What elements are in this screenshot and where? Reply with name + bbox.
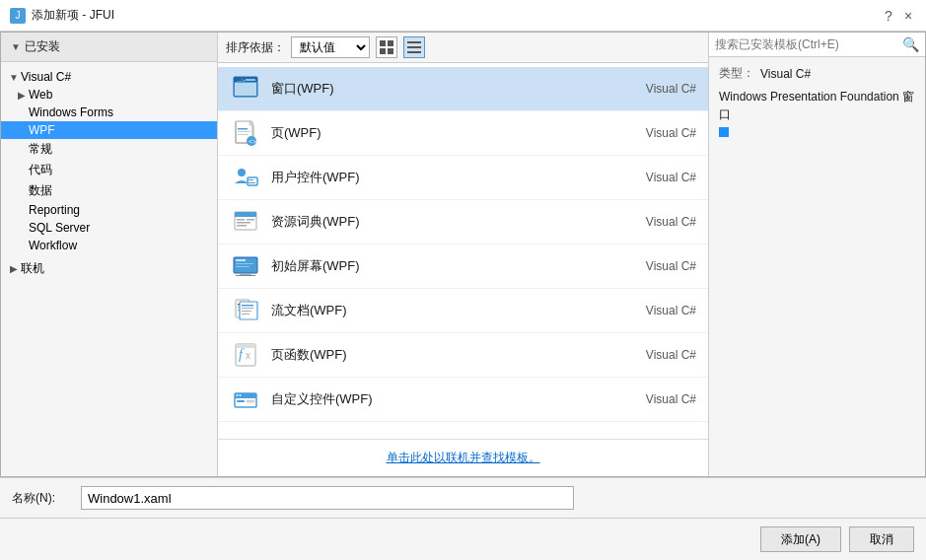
help-button[interactable]: ?: [881, 8, 896, 24]
search-bar: 🔍: [709, 33, 925, 57]
tree-row-general[interactable]: 常规: [1, 139, 217, 160]
item-name-flow-wpf: 流文档(WPF): [271, 302, 617, 319]
cancel-button[interactable]: 取消: [849, 526, 914, 552]
tree-label-visual-csharp: Visual C#: [21, 70, 71, 84]
svg-rect-42: [242, 311, 251, 312]
title-bar: J 添加新项 - JFUI ? ×: [0, 0, 926, 32]
add-button[interactable]: 添加(A): [760, 526, 841, 552]
svg-rect-9: [235, 83, 256, 96]
item-row-usercontrol-wpf[interactable]: 用户控件(WPF) Visual C#: [218, 156, 708, 200]
tree-row-workflow[interactable]: Workflow: [1, 237, 217, 254]
middle-toolbar: 排序依据： 默认值 名称 类型: [218, 33, 708, 63]
custom-wpf-icon: [230, 384, 261, 415]
svg-rect-31: [236, 263, 253, 264]
svg-point-50: [237, 394, 239, 396]
right-description: Windows Presentation Foundation 窗口: [719, 88, 915, 142]
svg-rect-47: [236, 344, 255, 348]
svg-rect-53: [247, 400, 254, 402]
item-name-custom-wpf: 自定义控件(WPF): [271, 390, 617, 408]
grid-view-button[interactable]: [376, 36, 397, 58]
tree-label-web: Web: [29, 88, 52, 102]
item-row-window-wpf[interactable]: —□× 窗口(WPF) Visual C#: [218, 67, 708, 111]
tree-row-wpf[interactable]: WPF: [1, 121, 217, 139]
tree-container: Visual C# Web Windows Forms: [1, 62, 217, 476]
resource-wpf-icon: [230, 206, 261, 238]
item-row-flow-wpf[interactable]: 流文档(WPF) Visual C#: [218, 289, 708, 333]
svg-rect-4: [407, 41, 421, 43]
item-row-pagefunc-wpf[interactable]: f x 页函数(WPF) Visual C#: [218, 333, 708, 378]
tree-row-web[interactable]: Web: [1, 86, 217, 104]
svg-rect-25: [237, 219, 245, 221]
svg-rect-5: [407, 46, 421, 48]
svg-rect-0: [380, 40, 386, 46]
svg-rect-6: [407, 51, 421, 53]
svg-rect-1: [388, 40, 393, 46]
svg-rect-21: [249, 179, 253, 180]
tree-label-windows-forms: Windows Forms: [29, 105, 113, 119]
svg-rect-2: [380, 48, 386, 54]
svg-rect-20: [248, 177, 257, 185]
item-row-splash-wpf[interactable]: 初始屏幕(WPF) Visual C#: [218, 245, 708, 289]
search-icon[interactable]: 🔍: [902, 36, 919, 52]
item-type-splash-wpf: Visual C#: [617, 259, 696, 273]
svg-rect-15: [238, 131, 250, 132]
item-name-page-wpf: 页(WPF): [271, 124, 617, 142]
svg-rect-3: [388, 48, 393, 54]
tree-row-online[interactable]: 联机: [1, 258, 217, 279]
close-button[interactable]: ×: [900, 8, 916, 24]
item-row-custom-wpf[interactable]: 自定义控件(WPF) Visual C#: [218, 378, 708, 422]
item-type-custom-wpf: Visual C#: [617, 392, 696, 406]
installed-label: 已安装: [25, 38, 60, 55]
item-type-resource-wpf: Visual C#: [617, 215, 696, 229]
left-panel: ▼ 已安装 Visual C# Web: [1, 33, 218, 476]
svg-rect-34: [236, 275, 255, 276]
item-row-page-wpf[interactable]: <> 页(WPF) Visual C#: [218, 111, 708, 156]
panel-arrow-icon: ▼: [11, 41, 21, 52]
window-wpf-icon: —□×: [230, 73, 261, 105]
tree-label-online: 联机: [21, 260, 44, 277]
middle-panel: 排序依据： 默认值 名称 类型: [218, 33, 708, 476]
name-label: 名称(N):: [12, 490, 71, 507]
tree-row-code[interactable]: 代码: [1, 160, 217, 180]
bottom-section: 名称(N): 添加(A) 取消: [0, 477, 926, 560]
tree-item-online: 联机: [1, 256, 217, 281]
left-panel-header: ▼ 已安装: [1, 33, 217, 62]
title-bar-title: 添加新项 - JFUI: [32, 7, 114, 24]
svg-rect-26: [237, 222, 250, 224]
item-name-splash-wpf: 初始屏幕(WPF): [271, 257, 617, 275]
top-section: ▼ 已安装 Visual C# Web: [0, 32, 926, 477]
svg-rect-30: [236, 259, 246, 261]
list-view-button[interactable]: [403, 36, 425, 58]
name-input[interactable]: [81, 486, 574, 510]
item-name-resource-wpf: 资源词典(WPF): [271, 213, 617, 231]
main-content: ▼ 已安装 Visual C# Web: [0, 32, 926, 560]
tree-label-data: 数据: [29, 182, 52, 199]
items-list: —□× 窗口(WPF) Visual C#: [218, 63, 708, 439]
splash-wpf-icon: [230, 250, 261, 282]
svg-text:x: x: [246, 350, 250, 361]
tree-label-code: 代码: [29, 162, 52, 178]
sort-label: 排序依据：: [226, 39, 285, 56]
svg-rect-27: [237, 225, 247, 227]
right-desc-icon: [719, 127, 729, 137]
item-type-flow-wpf: Visual C#: [617, 304, 696, 317]
title-bar-left: J 添加新项 - JFUI: [10, 7, 114, 24]
tree-arrow-online: [7, 263, 21, 274]
tree-row-data[interactable]: 数据: [1, 180, 217, 201]
name-row: 名称(N):: [0, 478, 926, 519]
tree-label-wpf: WPF: [29, 123, 55, 137]
sort-select[interactable]: 默认值 名称 类型: [291, 36, 370, 58]
tree-row-windows-forms[interactable]: Windows Forms: [1, 104, 217, 121]
tree-row-reporting[interactable]: Reporting: [1, 201, 217, 219]
svg-point-51: [240, 394, 242, 396]
svg-rect-16: [238, 134, 249, 135]
item-type-usercontrol-wpf: Visual C#: [617, 171, 696, 184]
tree-row-sql-server[interactable]: SQL Server: [1, 219, 217, 237]
item-type-page-wpf: Visual C#: [617, 126, 696, 140]
item-row-resource-wpf[interactable]: 资源词典(WPF) Visual C#: [218, 200, 708, 245]
search-input[interactable]: [715, 37, 898, 51]
online-link[interactable]: 单击此处以联机并查找模板。: [387, 451, 540, 464]
svg-rect-22: [249, 182, 255, 183]
tree-row-visual-csharp[interactable]: Visual C#: [1, 68, 217, 86]
tree-label-general: 常规: [29, 141, 52, 158]
